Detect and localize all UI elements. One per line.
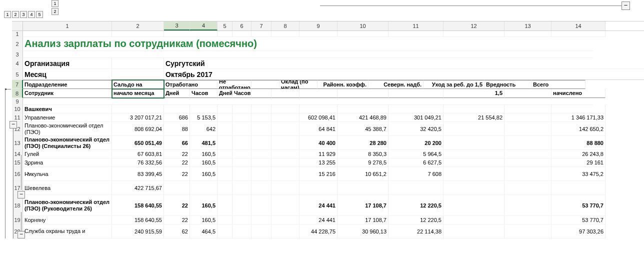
row-number[interactable]: 8 <box>12 89 23 98</box>
cell[interactable]: 22 <box>164 158 190 167</box>
row-group-collapse-b[interactable]: − <box>18 191 25 198</box>
row-number[interactable]: 5 <box>12 69 23 80</box>
cell[interactable]: 22 <box>164 216 190 224</box>
cell-name[interactable]: Никульча <box>23 167 112 181</box>
cell[interactable]: 13 255 <box>300 158 338 167</box>
cell[interactable]: 422 715,67 <box>112 181 164 195</box>
col-header[interactable]: 12 <box>444 22 504 30</box>
cell[interactable]: 88 880 <box>552 136 606 150</box>
cell[interactable]: 76 332,56 <box>112 158 164 167</box>
col-header[interactable]: 3 <box>164 22 190 30</box>
cell[interactable]: 8 350,3 <box>338 150 388 158</box>
cell[interactable]: 22 <box>164 167 190 181</box>
row-number[interactable]: 2 <box>12 37 23 51</box>
cell[interactable]: 44 228,75 <box>300 224 338 238</box>
row-number[interactable]: 10 <box>12 105 23 114</box>
cell[interactable]: 88 <box>164 122 190 136</box>
cell[interactable]: 20 200 <box>388 136 444 150</box>
cell[interactable]: 6 627,5 <box>388 158 444 167</box>
cell[interactable]: 21 554,82 <box>444 114 504 122</box>
cell[interactable]: 240 915,59 <box>112 224 164 238</box>
spreadsheet-grid[interactable]: 1 2 3 4 5 6 7 8 9 10 11 12 13 14 1 <box>12 21 644 238</box>
cell[interactable]: 11 929 <box>300 150 338 158</box>
cell[interactable]: 12 220,5 <box>388 216 444 224</box>
cell[interactable]: 28 280 <box>338 136 388 150</box>
cell[interactable]: 481,5 <box>190 136 218 150</box>
cell[interactable]: 10 651,2 <box>338 167 388 181</box>
cell[interactable]: 602 098,41 <box>300 114 338 122</box>
cell[interactable]: 158 640,55 <box>112 216 164 224</box>
cell[interactable]: 3 207 017,21 <box>112 114 164 122</box>
cell[interactable]: 160,5 <box>190 150 218 158</box>
cell[interactable]: 17 108,7 <box>338 216 388 224</box>
cell[interactable]: 1 346 171,33 <box>552 114 606 122</box>
cell[interactable]: 45 388,7 <box>338 122 388 136</box>
cell[interactable]: 301 049,21 <box>388 114 444 122</box>
col-header[interactable]: 14 <box>552 22 606 30</box>
cell[interactable]: 7 608 <box>388 167 444 181</box>
cell-name[interactable]: Вашкевич <box>23 105 112 114</box>
cell[interactable]: 67 603,81 <box>112 150 164 158</box>
col-header[interactable]: 4 <box>190 22 218 30</box>
cell[interactable]: 22 <box>164 150 190 158</box>
cell[interactable]: 686 <box>164 114 190 122</box>
cell[interactable]: 5 964,5 <box>388 150 444 158</box>
cell-name[interactable]: Гулей <box>23 150 112 158</box>
cell-name[interactable]: Корняну <box>23 216 112 224</box>
cell[interactable]: 142 650,2 <box>552 122 606 136</box>
cell[interactable]: 160,5 <box>190 195 218 216</box>
cell-name[interactable]: Планово-экономический отдел (ПЭО) <box>23 122 112 136</box>
row-number[interactable]: 13 <box>12 136 23 150</box>
cell[interactable]: 158 640,55 <box>112 195 164 216</box>
col-header[interactable]: 1 <box>23 22 112 30</box>
cell-name[interactable]: Планово-экономический отдел (ПЭО) (Специ… <box>23 136 112 150</box>
row-outline-level-2[interactable]: 2 <box>12 11 19 18</box>
cell-name[interactable]: Управление <box>23 114 112 122</box>
row-outline-level-5[interactable]: 5 <box>36 11 43 18</box>
cell-name[interactable]: Планово-экономический отдел (ПЭО) (Руков… <box>23 195 112 216</box>
cell[interactable]: 808 692,04 <box>112 122 164 136</box>
cell[interactable]: 83 399,45 <box>112 167 164 181</box>
col-header[interactable]: 10 <box>338 22 388 30</box>
cell[interactable]: 40 400 <box>300 136 338 150</box>
row-group-collapse-c[interactable]: − <box>18 231 25 238</box>
col-group-collapse-button[interactable]: − <box>622 2 630 10</box>
row-number[interactable]: 3 <box>12 51 23 58</box>
cell[interactable]: 97 303,26 <box>552 224 606 238</box>
col-header[interactable]: 8 <box>272 22 300 30</box>
row-number[interactable]: 9 <box>12 98 23 105</box>
row-outline-level-1[interactable]: 1 <box>4 11 11 18</box>
cell[interactable]: 12 220,5 <box>388 195 444 216</box>
cell[interactable]: 160,5 <box>190 167 218 181</box>
col-header[interactable]: 11 <box>388 22 444 30</box>
cell[interactable]: 5 153,5 <box>190 114 218 122</box>
col-header[interactable]: 6 <box>232 22 252 30</box>
cell[interactable]: 66 <box>164 136 190 150</box>
cell[interactable]: 64 841 <box>300 122 338 136</box>
cell[interactable]: 15 216 <box>300 167 338 181</box>
cell[interactable]: 22 <box>164 195 190 216</box>
cell[interactable]: 650 051,49 <box>112 136 164 150</box>
cell[interactable]: 62 <box>164 224 190 238</box>
row-group-collapse-a[interactable]: − <box>10 121 17 128</box>
cell[interactable]: 32 420,5 <box>388 122 444 136</box>
select-all-corner[interactable] <box>12 22 23 30</box>
cell[interactable]: 160,5 <box>190 158 218 167</box>
cell[interactable]: 464,5 <box>190 224 218 238</box>
cell[interactable]: 22 114,38 <box>388 224 444 238</box>
row-number[interactable]: 7 <box>12 80 23 89</box>
cell[interactable]: 29 161 <box>552 158 606 167</box>
col-header[interactable]: 2 <box>112 22 164 30</box>
row-outline-level-4[interactable]: 4 <box>28 11 35 18</box>
cell[interactable]: 642 <box>190 122 218 136</box>
cell[interactable]: 24 441 <box>300 195 338 216</box>
col-header[interactable]: 13 <box>504 22 552 30</box>
row-outline-level-3[interactable]: 3 <box>20 11 27 18</box>
row-number[interactable]: 4 <box>12 58 23 69</box>
cell[interactable]: 17 108,7 <box>338 195 388 216</box>
cell[interactable]: 421 468,89 <box>338 114 388 122</box>
cell[interactable]: 26 243,8 <box>552 150 606 158</box>
cell[interactable]: 33 475,2 <box>552 167 606 181</box>
col-outline-level-2[interactable]: 2 <box>52 8 58 15</box>
cell[interactable]: 53 770,7 <box>552 216 606 224</box>
